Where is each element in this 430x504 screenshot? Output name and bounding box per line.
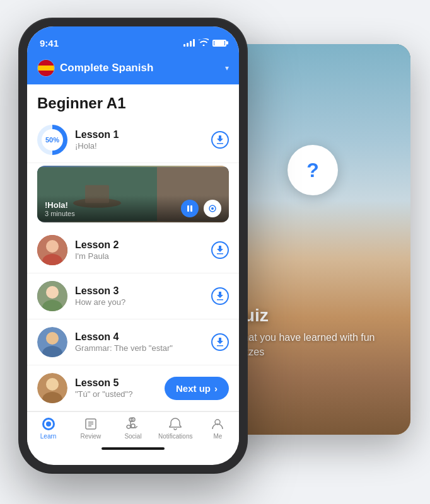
download-icon[interactable] [211,241,229,259]
lesson-5-info: Lesson 5 "Tú" or "usted"? [75,377,157,399]
lesson-4-avatar [37,327,67,357]
nav-label-review: Review [80,433,101,440]
wifi-icon [199,38,209,48]
section-title: Beginner A1 [27,84,239,117]
quiz-title: Quiz [230,306,395,326]
signal-icon [183,39,195,47]
review-icon [84,417,98,431]
svg-rect-4 [360,126,404,158]
chevron-down-icon[interactable]: ▾ [225,64,229,72]
lesson-4-subtitle: Grammar: The verb "estar" [75,343,204,353]
svg-rect-31 [187,205,189,212]
nav-item-social[interactable]: Social [112,417,154,440]
battery-icon [212,40,226,47]
lesson-item[interactable]: Lesson 2 I'm Paula [27,227,239,273]
course-title[interactable]: Complete Spanish [60,62,220,74]
status-icons [183,38,226,48]
phone-screen: 9:41 [27,26,239,465]
lesson-5-subtitle: "Tú" or "usted"? [75,389,157,399]
nav-item-learn[interactable]: Learn [27,417,69,440]
lesson-2-info: Lesson 2 I'm Paula [75,239,204,261]
svg-point-39 [46,286,59,299]
download-icon[interactable] [211,287,229,305]
lesson-3-name: Lesson 3 [75,285,204,297]
lesson-item[interactable]: 50% Lesson 1 ¡Hola! [27,117,239,163]
lesson-3-info: Lesson 3 How are you? [75,285,204,307]
download-icon[interactable] [211,131,229,149]
lesson-5-avatar [37,373,67,403]
video-controls [181,200,221,217]
nav-label-notifications: Notifications [158,433,192,440]
svg-point-8 [272,47,322,117]
status-time: 9:41 [40,38,59,49]
lesson-1-name: Lesson 1 [75,129,204,140]
video-button-1[interactable] [181,200,199,217]
progress-percentage: 50% [45,136,59,144]
svg-rect-5 [366,135,398,154]
svg-point-36 [46,240,59,253]
lesson-1-info: Lesson 1 ¡Hola! [75,129,204,151]
lesson-2-subtitle: I'm Paula [75,251,204,261]
lesson-3-avatar [37,281,67,311]
phone: 9:41 [20,19,247,472]
lesson-4-info: Lesson 4 Grammar: The verb "estar" [75,331,204,353]
svg-point-45 [46,378,59,391]
svg-point-7 [279,50,348,139]
svg-point-54 [131,424,135,428]
nav-label-learn: Learn [40,433,57,440]
lesson-5-name: Lesson 5 [75,377,157,389]
chevron-right-icon: › [214,383,218,394]
video-preview[interactable]: !Hola! 3 minutes [37,166,229,222]
lesson-item[interactable]: Lesson 3 How are you? [27,273,239,319]
home-bar [102,447,165,450]
download-icon[interactable] [211,333,229,351]
svg-point-42 [46,332,59,345]
lesson-2-avatar [37,235,67,265]
nav-item-notifications[interactable]: Notifications [154,417,197,440]
spain-flag [37,59,55,77]
content-area: Beginner A1 50% Lesson 1 ¡Hola! [27,84,239,411]
quiz-text-area: Quiz t what you have learned with fun qu… [230,306,395,359]
lesson-4-name: Lesson 4 [75,331,204,343]
progress-circle: 50% [37,125,67,155]
lesson-2-name: Lesson 2 [75,239,204,251]
quiz-icon-circle: ? [288,145,338,195]
notifications-icon [168,417,182,431]
lesson-item[interactable]: Lesson 5 "Tú" or "usted"? Next up › [27,365,239,411]
nav-label-me: Me [213,433,222,440]
video-button-2[interactable] [204,200,221,217]
home-indicator [27,442,239,455]
svg-rect-3 [354,120,410,195]
lesson-3-subtitle: How are you? [75,297,204,307]
social-icon [126,417,140,431]
svg-point-34 [211,207,214,210]
nav-item-review[interactable]: Review [69,417,112,440]
bottom-nav: Learn Review [27,411,239,442]
svg-rect-32 [190,205,192,212]
lesson-1-subtitle: ¡Hola! [75,141,204,151]
quiz-subtitle: t what you have learned with fun quizzes [230,331,395,359]
app-header: Complete Spanish ▾ [27,54,239,84]
next-up-button[interactable]: Next up › [165,377,229,400]
question-mark-icon: ? [306,159,319,182]
nav-label-social: Social [124,433,141,440]
svg-point-9 [300,44,357,113]
lesson-item[interactable]: Lesson 4 Grammar: The verb "estar" [27,319,239,365]
scene: ? Quiz t what you have learned with fun … [20,19,410,485]
nav-item-me[interactable]: Me [197,417,239,440]
learn-icon [42,417,55,431]
svg-point-49 [46,421,51,427]
status-bar: 9:41 [27,26,239,54]
me-icon [211,417,224,431]
